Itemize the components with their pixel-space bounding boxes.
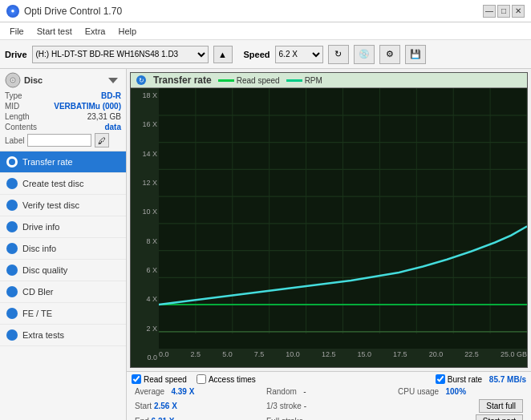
action-start-value: 2.56 X [154, 402, 177, 410]
y-label-2: 2 X [146, 325, 157, 333]
content-area: ↻ Transfer rate Read speed RPM 18 X 16 X [127, 69, 531, 420]
disc-icon-btn[interactable]: 💿 [354, 45, 375, 64]
drive-select[interactable]: (H:) HL-DT-ST BD-RE WH16NS48 1.D3 [32, 46, 209, 63]
nav-create-test-disc-label: Create test disc [22, 179, 83, 188]
app-title: Opti Drive Control 1.70 [24, 6, 122, 17]
nav-fe-te[interactable]: FE / TE [0, 303, 126, 325]
nav-verify-test-disc[interactable]: Verify test disc [0, 195, 126, 216]
svg-text:↻: ↻ [139, 77, 144, 84]
stat-average: Average 4.39 X [132, 386, 263, 397]
cb-read-speed-input[interactable] [132, 374, 141, 384]
nav-disc-info[interactable]: Disc info [0, 238, 126, 260]
disc-label-row: Label 🖊 [5, 133, 121, 147]
legend-rpm-color [286, 79, 302, 82]
svg-point-9 [9, 267, 15, 273]
x-label-200: 20.0 [429, 350, 444, 363]
y-label-4: 4 X [146, 295, 157, 303]
speed-select[interactable]: 6.2 X [275, 46, 323, 63]
svg-point-7 [9, 224, 15, 230]
nav-verify-test-disc-label: Verify test disc [22, 200, 79, 210]
refresh-icon[interactable]: ↻ [328, 45, 349, 64]
nav-disc-quality-icon [6, 265, 18, 276]
nav-extra-tests-label: Extra tests [22, 330, 64, 340]
disc-panel: Disc Type BD-R MID VERBATIMu (000) Lengt… [0, 69, 126, 151]
action-stroke-label: 1/3 stroke [266, 402, 302, 410]
x-label-150: 15.0 [358, 350, 372, 363]
nav-transfer-rate[interactable]: Transfer rate [0, 151, 126, 173]
action-end-label: End [135, 417, 149, 420]
disc-length-label: Length [5, 112, 30, 121]
disc-label-icon[interactable]: 🖊 [95, 133, 109, 147]
nav-cd-bler-icon [6, 286, 18, 297]
x-label-25: 2.5 [191, 350, 201, 363]
stat-cpu-label: CPU usage [398, 387, 439, 396]
stat-average-label: Average [135, 387, 164, 396]
menu-help[interactable]: Help [111, 25, 143, 38]
action-start-full: Start full [395, 398, 526, 414]
cb-access-times: Access times [197, 374, 256, 384]
chart-main: 0.0 2.5 5.0 7.5 10.0 12.5 15.0 17.5 20.0… [159, 88, 527, 365]
start-part-button[interactable]: Start part [476, 414, 523, 420]
stat-cpu: CPU usage 100% [395, 386, 526, 397]
minimize-button[interactable]: — [483, 5, 496, 18]
disc-label-input[interactable] [27, 134, 91, 147]
disc-contents-value: data [104, 123, 121, 131]
save-icon-btn[interactable]: 💾 [405, 45, 426, 64]
action-end: End 6.21 X [132, 414, 263, 420]
x-label-250: 25.0 GB [501, 350, 527, 363]
title-bar: ● Opti Drive Control 1.70 — □ ✕ [0, 0, 531, 22]
settings-icon-btn[interactable]: ⚙ [379, 45, 400, 64]
cb-read-speed-label: Read speed [144, 375, 187, 384]
legend-rpm: RPM [286, 76, 322, 85]
y-label-8: 8 X [146, 237, 157, 245]
cb-access-times-input[interactable] [197, 374, 206, 384]
nav-drive-info-icon [6, 221, 18, 232]
action-row-2: End 6.21 X Full stroke - Start part [132, 414, 526, 420]
disc-panel-icon [5, 72, 21, 88]
window-controls: — □ ✕ [483, 5, 525, 18]
main-layout: Disc Type BD-R MID VERBATIMu (000) Lengt… [0, 69, 531, 420]
action-stroke-value: - [304, 402, 306, 410]
disc-label-key: Label [5, 136, 24, 145]
disc-mid-row: MID VERBATIMu (000) [5, 102, 121, 111]
chart-area: 18 X 16 X 14 X 12 X 10 X 8 X 6 X 4 X 2 X… [131, 88, 527, 365]
nav-create-test-disc[interactable]: Create test disc [0, 173, 126, 195]
nav-drive-info[interactable]: Drive info [0, 216, 126, 238]
nav-cd-bler[interactable]: CD Bler [0, 281, 126, 303]
menu-file[interactable]: File [3, 25, 30, 38]
menu-start-test[interactable]: Start test [30, 25, 79, 38]
eject-button[interactable]: ▲ [213, 46, 233, 63]
svg-point-4 [9, 159, 15, 165]
legend-read-speed: Read speed [218, 76, 280, 85]
stat-random: Random - [263, 386, 395, 397]
start-full-button[interactable]: Start full [479, 399, 523, 413]
stat-cpu-value: 100% [445, 387, 466, 396]
svg-point-11 [9, 310, 15, 317]
maximize-button[interactable]: □ [497, 5, 510, 18]
svg-point-8 [9, 245, 15, 252]
chart-title: Transfer rate [153, 75, 212, 86]
stat-random-label: Random [266, 387, 297, 396]
stats-area: Read speed Access times Burst rate 85.7 … [127, 371, 531, 420]
action-end-value: 6.21 X [152, 417, 175, 420]
y-label-6: 6 X [146, 266, 157, 274]
disc-length-value: 23,31 GB [87, 112, 121, 121]
close-button[interactable]: ✕ [512, 5, 525, 18]
y-label-14: 14 X [142, 150, 157, 158]
disc-mid-value: VERBATIMu (000) [54, 102, 121, 111]
y-label-10: 10 X [142, 208, 157, 216]
nav-extra-tests[interactable]: Extra tests [0, 325, 126, 346]
nav-fe-te-icon [6, 308, 18, 319]
sidebar: Disc Type BD-R MID VERBATIMu (000) Lengt… [0, 69, 127, 420]
y-label-18: 18 X [142, 91, 157, 99]
cb-burst-rate-input[interactable] [436, 374, 445, 384]
action-start-part: Start part [395, 414, 526, 420]
x-label-0: 0.0 [159, 350, 169, 363]
y-axis: 18 X 16 X 14 X 12 X 10 X 8 X 6 X 4 X 2 X… [131, 88, 159, 365]
menu-extra[interactable]: Extra [79, 25, 112, 38]
nav-fe-te-label: FE / TE [22, 309, 52, 318]
chart-container: ↻ Transfer rate Read speed RPM 18 X 16 X [130, 72, 528, 368]
nav-transfer-rate-icon [6, 156, 18, 168]
nav-disc-quality[interactable]: Disc quality [0, 260, 126, 281]
nav-transfer-rate-label: Transfer rate [22, 157, 73, 167]
